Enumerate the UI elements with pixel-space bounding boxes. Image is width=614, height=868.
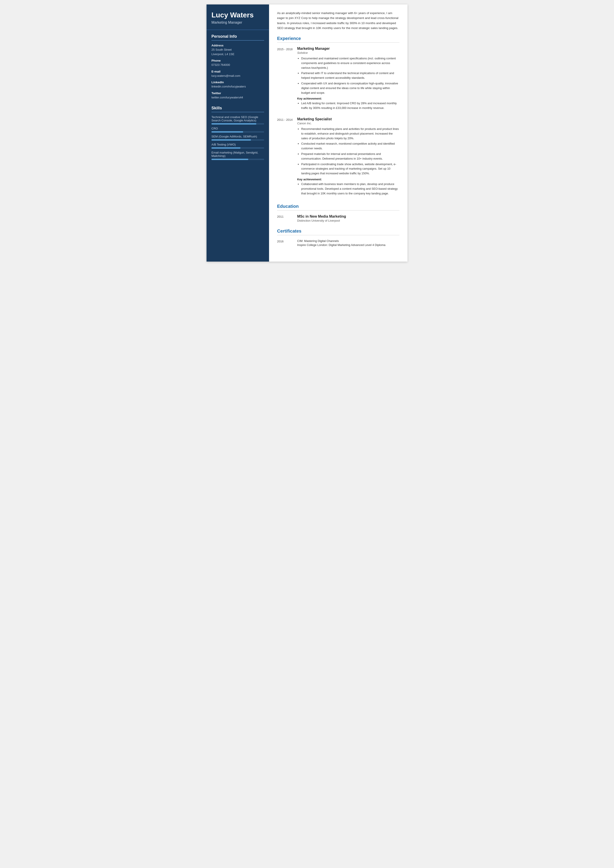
edu-year: 2011	[277, 214, 295, 222]
exp-bullet: Documented and maintained content specif…	[301, 56, 399, 70]
skill-name: CRO	[211, 127, 264, 130]
experience-section: Experience 2015 - 2018Marketing ManagerS…	[277, 36, 399, 197]
email-value: lucy.waters@mail.com	[211, 74, 264, 78]
experience-entry: 2015 - 2018Marketing ManagerSolsticeDocu…	[277, 46, 399, 112]
key-achievement-label: Key achievement:	[297, 178, 399, 181]
exp-dates: 2011 - 2014	[277, 117, 295, 197]
key-achievement-bullets: Led A/B testing for content. Improved CR…	[297, 101, 399, 110]
skills-section: Skills Technical and creative SEO (Googl…	[206, 102, 269, 163]
certificates-list: 2016CIM: Mastering Digital ChannelsInspi…	[277, 239, 399, 247]
cert-name: Inspire College London: Digital Marketin…	[297, 243, 399, 246]
candidate-title: Marketing Manager	[211, 20, 264, 25]
personal-info-section: Personal Info Address 25 South Street Li…	[206, 30, 269, 102]
exp-content: Marketing SpecialistCanon Inc.Recommende…	[295, 117, 399, 197]
address-line2: Liverpool, L4 1SE	[211, 52, 264, 56]
cert-year: 2016	[277, 239, 295, 247]
twitter-value: twitter.com/lucywaters44	[211, 95, 264, 100]
sidebar: Lucy Waters Marketing Manager Personal I…	[206, 5, 269, 262]
skill-name: A/B Testing (VWO)	[211, 143, 264, 146]
skill-item: Email marketing (Mailgun, Sendgrid, Mail…	[211, 151, 264, 160]
main-content: As an analytically-minded senior marketi…	[269, 5, 408, 262]
exp-content: Marketing ManagerSolsticeDocumented and …	[295, 46, 399, 112]
skill-bar-fill	[211, 147, 240, 149]
skills-title: Skills	[211, 106, 264, 112]
key-achievement-bullets: Collaborated with business team members …	[297, 182, 399, 196]
education-section: Education 2011MSc in New Media Marketing…	[277, 204, 399, 222]
skill-name: Technical and creative SEO (Google Searc…	[211, 115, 264, 122]
edu-content: MSc in New Media MarketingDistinction Un…	[295, 214, 399, 222]
skill-bar-bg	[211, 139, 264, 141]
candidate-name: Lucy Waters	[211, 11, 264, 19]
skill-item: A/B Testing (VWO)	[211, 143, 264, 149]
skill-item: SEM (Google AdWords, SEMRush)	[211, 135, 264, 141]
linkedin-value: linkedin.com/in/lucyjwaters	[211, 84, 264, 89]
phone-value: 07323 764000	[211, 63, 264, 67]
personal-info-title: Personal Info	[211, 34, 264, 40]
skill-bar-fill	[211, 131, 243, 133]
exp-bullet: Conducted market research, monitored com…	[301, 141, 399, 151]
skill-name: Email marketing (Mailgun, Sendgrid, Mail…	[211, 151, 264, 158]
key-achievement-label: Key achievement:	[297, 97, 399, 100]
phone-label: Phone	[211, 59, 264, 62]
skill-bar-bg	[211, 123, 264, 124]
edu-degree: MSc in New Media Marketing	[297, 214, 399, 219]
skills-list: Technical and creative SEO (Google Searc…	[211, 115, 264, 160]
address-label: Address	[211, 44, 264, 47]
experience-title: Experience	[277, 36, 399, 43]
email-label: E-mail	[211, 70, 264, 73]
cert-name: CIM: Mastering Digital Channels	[297, 239, 399, 243]
summary-text: As an analytically-minded senior marketi…	[277, 11, 399, 31]
exp-bullets: Recommended marketing plans and activiti…	[297, 127, 399, 176]
linkedin-label: LinkedIn	[211, 81, 264, 84]
key-achievement-bullet: Collaborated with business team members …	[301, 182, 399, 196]
experience-entry: 2011 - 2014Marketing SpecialistCanon Inc…	[277, 117, 399, 197]
exp-bullet: Participated in coordinating trade show …	[301, 162, 399, 176]
skill-bar-bg	[211, 131, 264, 133]
skill-name: SEM (Google AdWords, SEMRush)	[211, 135, 264, 138]
resume-container: Lucy Waters Marketing Manager Personal I…	[206, 5, 408, 262]
skill-bar-fill	[211, 159, 248, 160]
cert-content: CIM: Mastering Digital ChannelsInspire C…	[295, 239, 399, 247]
exp-company: Canon Inc.	[297, 122, 399, 125]
skill-item: CRO	[211, 127, 264, 133]
education-title: Education	[277, 204, 399, 211]
education-list: 2011MSc in New Media MarketingDistinctio…	[277, 214, 399, 222]
twitter-label: Twitter	[211, 91, 264, 95]
exp-dates: 2015 - 2018	[277, 46, 295, 112]
education-entry: 2011MSc in New Media MarketingDistinctio…	[277, 214, 399, 222]
certificates-section: Certificates 2016CIM: Mastering Digital …	[277, 229, 399, 247]
skill-bar-fill	[211, 123, 256, 124]
exp-company: Solstice	[297, 51, 399, 54]
certificate-entry: 2016CIM: Mastering Digital ChannelsInspi…	[277, 239, 399, 247]
exp-bullets: Documented and maintained content specif…	[297, 56, 399, 95]
certificates-title: Certificates	[277, 229, 399, 235]
skill-bar-bg	[211, 159, 264, 160]
skill-item: Technical and creative SEO (Google Searc…	[211, 115, 264, 124]
exp-job-title: Marketing Manager	[297, 46, 399, 51]
sidebar-header: Lucy Waters Marketing Manager	[206, 5, 269, 30]
exp-bullet: Recommended marketing plans and activiti…	[301, 127, 399, 141]
exp-bullet: Partnered with IT to understand the tech…	[301, 71, 399, 81]
key-achievement-bullet: Led A/B testing for content. Improved CR…	[301, 101, 399, 110]
exp-bullet: Cooperated with UX and designers to conc…	[301, 81, 399, 95]
edu-school: Distinction University of Liverpool	[297, 219, 399, 222]
skill-bar-bg	[211, 147, 264, 149]
skill-bar-fill	[211, 139, 251, 141]
exp-bullet: Prepared materials for internal and exte…	[301, 152, 399, 161]
address-line1: 25 South Street	[211, 48, 264, 52]
exp-job-title: Marketing Specialist	[297, 117, 399, 121]
experience-list: 2015 - 2018Marketing ManagerSolsticeDocu…	[277, 46, 399, 197]
